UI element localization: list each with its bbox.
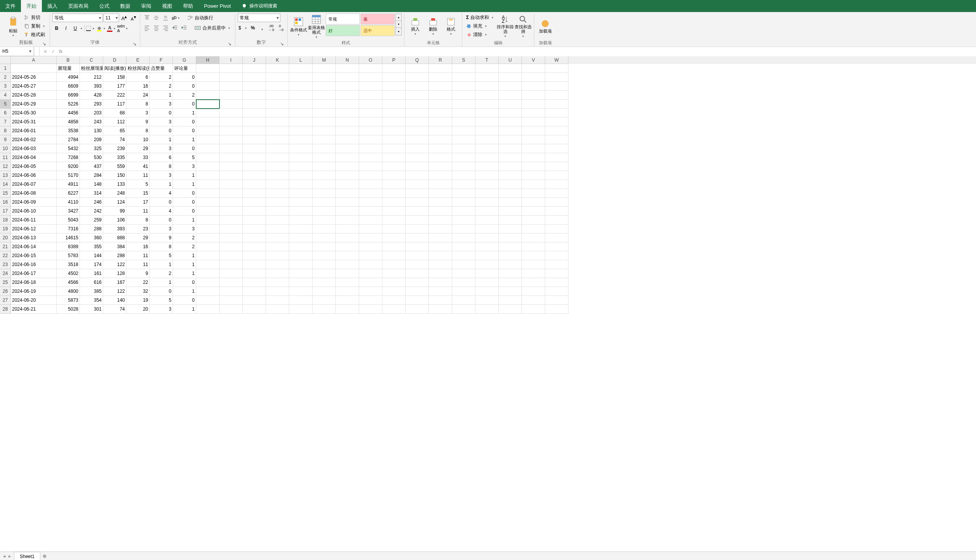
cell[interactable] <box>499 100 522 109</box>
cell[interactable] <box>406 189 429 198</box>
cell[interactable] <box>289 118 313 126</box>
cell[interactable] <box>429 198 452 207</box>
cell[interactable] <box>219 242 243 251</box>
cell[interactable] <box>499 287 522 296</box>
cell[interactable] <box>266 171 289 180</box>
cell[interactable] <box>336 269 359 278</box>
cell[interactable] <box>219 287 243 296</box>
cell[interactable] <box>406 260 429 269</box>
cell[interactable] <box>382 278 406 287</box>
cell[interactable] <box>382 153 406 162</box>
cell[interactable] <box>313 153 336 162</box>
addins-button[interactable]: 加载项 <box>537 14 554 39</box>
decrease-indent-button[interactable] <box>171 24 179 32</box>
cell[interactable]: 0 <box>173 296 196 305</box>
cell[interactable]: 0 <box>173 198 196 207</box>
row-header[interactable]: 25 <box>0 278 11 287</box>
cell[interactable] <box>196 109 219 118</box>
cell[interactable] <box>429 180 452 189</box>
row-header[interactable]: 1 <box>0 64 11 73</box>
cell[interactable]: 5043 <box>57 216 80 225</box>
cell[interactable] <box>382 216 406 225</box>
cell[interactable]: 5873 <box>57 296 80 305</box>
cell[interactable] <box>219 73 243 82</box>
column-header[interactable]: M <box>313 56 336 64</box>
cell[interactable] <box>522 225 545 233</box>
cell[interactable] <box>359 126 382 135</box>
cell[interactable] <box>196 287 219 296</box>
cell[interactable]: 2 <box>150 269 173 278</box>
cell[interactable]: 1 <box>173 216 196 225</box>
cell[interactable] <box>196 135 219 144</box>
cell[interactable]: 2024-06-06 <box>11 171 57 180</box>
cell[interactable]: 158 <box>103 73 126 82</box>
copy-button[interactable]: 复制▾ <box>22 22 47 30</box>
column-header[interactable]: S <box>452 56 475 64</box>
cell[interactable]: 1 <box>150 91 173 100</box>
cell[interactable]: 3 <box>126 109 150 118</box>
cell[interactable]: 530 <box>80 153 103 162</box>
cell[interactable]: 2024-05-26 <box>11 73 57 82</box>
cell[interactable] <box>545 109 568 118</box>
cell[interactable] <box>406 109 429 118</box>
cell[interactable]: 7316 <box>57 225 80 233</box>
cell[interactable]: 2024-05-28 <box>11 91 57 100</box>
gallery-up-icon[interactable]: ▴ <box>396 14 401 21</box>
wrap-text-button[interactable]: 自动换行 <box>185 14 215 22</box>
cell[interactable]: 133 <box>103 180 126 189</box>
cell[interactable]: 11 <box>126 260 150 269</box>
cell[interactable] <box>266 233 289 242</box>
cell[interactable] <box>359 135 382 144</box>
cell[interactable] <box>522 171 545 180</box>
underline-button[interactable]: U▾ <box>71 24 83 33</box>
cell[interactable] <box>243 135 266 144</box>
cell[interactable] <box>243 171 266 180</box>
column-header[interactable]: W <box>545 56 568 64</box>
cell[interactable] <box>475 251 499 260</box>
cell[interactable] <box>289 189 313 198</box>
cell[interactable] <box>266 216 289 225</box>
cell[interactable] <box>243 64 266 73</box>
cell[interactable] <box>313 73 336 82</box>
cell[interactable]: 1 <box>150 180 173 189</box>
cell[interactable] <box>313 287 336 296</box>
percent-button[interactable]: % <box>249 24 257 32</box>
cell[interactable] <box>313 135 336 144</box>
row-header[interactable]: 19 <box>0 225 11 233</box>
cell[interactable] <box>545 287 568 296</box>
cell[interactable]: 5 <box>126 180 150 189</box>
cell[interactable]: 3 <box>150 144 173 153</box>
cell[interactable] <box>336 171 359 180</box>
row-header[interactable]: 14 <box>0 180 11 189</box>
cell[interactable]: 2024-06-10 <box>11 207 57 216</box>
cell[interactable]: 24 <box>126 91 150 100</box>
cell[interactable] <box>313 207 336 216</box>
row-header[interactable]: 8 <box>0 126 11 135</box>
cell[interactable] <box>243 260 266 269</box>
cell[interactable] <box>336 118 359 126</box>
find-select-button[interactable]: 查找和选择▾ <box>515 14 532 39</box>
cell[interactable] <box>382 189 406 198</box>
cell[interactable] <box>452 207 475 216</box>
cell[interactable]: 2024-06-19 <box>11 287 57 296</box>
cell[interactable] <box>336 100 359 109</box>
cell[interactable] <box>452 278 475 287</box>
cell[interactable] <box>406 242 429 251</box>
row-header[interactable]: 13 <box>0 171 11 180</box>
cell[interactable] <box>429 82 452 91</box>
cell[interactable]: 559 <box>103 162 126 171</box>
cell[interactable] <box>545 64 568 73</box>
cell[interactable] <box>406 118 429 126</box>
increase-font-button[interactable]: A▴ <box>120 14 128 22</box>
cell[interactable] <box>522 216 545 225</box>
cell[interactable]: 3 <box>150 100 173 109</box>
font-family-combo[interactable]: ▾ <box>52 14 103 22</box>
cell[interactable] <box>475 287 499 296</box>
cell[interactable]: 124 <box>103 198 126 207</box>
cell[interactable] <box>382 135 406 144</box>
orientation-button[interactable]: ab▾ <box>171 15 181 21</box>
cell[interactable] <box>452 109 475 118</box>
cell[interactable] <box>219 251 243 260</box>
cell[interactable] <box>243 189 266 198</box>
cell[interactable]: 99 <box>103 207 126 216</box>
